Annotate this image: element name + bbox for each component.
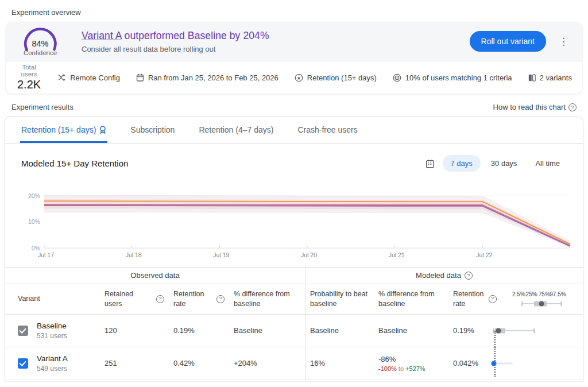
meta-date-range: Ran from Jan 25, 2026 to Feb 25, 2026 bbox=[136, 73, 278, 82]
col-probability: Probability to beat baseline bbox=[305, 284, 374, 314]
table-row-variant-a: Variant A 549 users 251 0.42% +204% 16% … bbox=[5, 347, 583, 380]
range-30-days-button[interactable]: 30 days bbox=[483, 155, 525, 172]
svg-text:Jul 18: Jul 18 bbox=[126, 251, 142, 258]
probability-value: Baseline bbox=[305, 315, 374, 347]
meta-variants: 2 variants bbox=[528, 73, 572, 82]
credible-interval: -100% to +527% bbox=[378, 365, 425, 372]
svg-text:★: ★ bbox=[297, 75, 301, 80]
baseline-boxplot bbox=[493, 324, 578, 337]
confidence-label: Confidence bbox=[16, 49, 64, 56]
retention-line-chart: 0%10%20%Jul 17Jul 18Jul 19Jul 20Jul 21Ju… bbox=[5, 172, 583, 259]
target-icon bbox=[393, 73, 401, 82]
overflow-menu-icon[interactable]: ⋮ bbox=[555, 34, 572, 49]
experiment-result-subtitle: Consider all result data before rolling … bbox=[82, 45, 269, 53]
col-retention-rate-observed: Retention rate? bbox=[169, 284, 229, 314]
total-users: Total users 2.2K bbox=[17, 64, 41, 91]
svg-text:Jul 21: Jul 21 bbox=[389, 251, 405, 258]
percentile-legend-glyph bbox=[493, 300, 578, 308]
total-users-value: 2.2K bbox=[17, 78, 41, 91]
svg-text:10%: 10% bbox=[28, 218, 40, 225]
variant-name: Baseline bbox=[37, 322, 67, 330]
experiment-result-title: Variant A outperformed Baseline by 204% bbox=[82, 30, 269, 42]
retention-rate-value: 0.19% bbox=[169, 315, 229, 347]
svg-text:0%: 0% bbox=[32, 245, 40, 251]
meta-goal-metric: ★ Retention (15+ days) bbox=[295, 73, 377, 82]
tab-retention-4-7-days[interactable]: Retention (4–7 days) bbox=[198, 117, 274, 143]
variant-a-checkbox[interactable] bbox=[18, 358, 28, 369]
metric-tabbar: Retention (15+ days) Subscription Retent… bbox=[5, 117, 583, 144]
variant-users: 531 users bbox=[37, 332, 67, 340]
baseline-distribution-cell bbox=[489, 315, 583, 347]
retained-value: 120 bbox=[100, 315, 169, 347]
modeled-rate-value: 0.19% bbox=[448, 315, 489, 347]
results-table: Observed data Modeled data ? Variant Ret… bbox=[5, 267, 583, 380]
results-card: Retention (15+ days) Subscription Retent… bbox=[5, 116, 583, 381]
remote-config-icon bbox=[58, 74, 66, 81]
how-to-read-chart-link[interactable]: How to read this chart ? bbox=[493, 103, 577, 111]
variant-distribution-cell bbox=[489, 347, 583, 380]
tab-crash-free-users[interactable]: Crash-free users bbox=[296, 117, 358, 143]
col-diff-observed: % difference from baseline bbox=[229, 284, 305, 314]
svg-text:20%: 20% bbox=[28, 192, 40, 199]
col-percentile-legend: 2.5% 25% 75% 97.5% bbox=[489, 284, 583, 314]
goal-star-icon: ★ bbox=[295, 73, 303, 82]
range-all-time-button[interactable]: All time bbox=[527, 155, 568, 172]
variant-a-link[interactable]: Variant A bbox=[82, 30, 122, 41]
variants-icon bbox=[528, 74, 536, 82]
experiment-meta-bar: Total users 2.2K Remote Config Ran from … bbox=[6, 61, 582, 94]
help-icon[interactable]: ? bbox=[216, 295, 225, 303]
col-variant: Variant bbox=[5, 284, 100, 314]
meta-remote-config: Remote Config bbox=[58, 73, 120, 82]
probability-value: 16% bbox=[305, 347, 374, 380]
diff-value: +204% bbox=[229, 347, 305, 380]
retained-value: 251 bbox=[100, 347, 169, 380]
experiment-overview-heading: Experiment overview bbox=[0, 0, 588, 22]
confidence-value: 84% bbox=[32, 39, 48, 48]
variant-a-dotplot bbox=[493, 357, 578, 370]
experiment-results-heading: Experiment results bbox=[11, 103, 74, 111]
modeled-rate-value: 0.042% bbox=[448, 347, 489, 380]
help-icon[interactable]: ? bbox=[465, 272, 473, 280]
baseline-median-dotted-line bbox=[494, 331, 496, 347]
overview-card: 84% Confidence Variant A outperformed Ba… bbox=[6, 22, 582, 94]
range-7-days-button[interactable]: 7 days bbox=[443, 155, 481, 172]
svg-text:Jul 19: Jul 19 bbox=[213, 251, 229, 258]
help-icon[interactable]: ? bbox=[156, 295, 164, 303]
svg-text:Jul 17: Jul 17 bbox=[38, 251, 54, 258]
date-range-calendar-icon[interactable] bbox=[425, 159, 435, 168]
col-diff-modeled: % difference from baseline bbox=[374, 284, 448, 314]
variant-users: 549 users bbox=[37, 365, 68, 373]
roll-out-variant-button[interactable]: Roll out variant bbox=[470, 31, 546, 52]
help-icon[interactable]: ? bbox=[568, 103, 577, 111]
retention-rate-value: 0.42% bbox=[169, 347, 229, 380]
svg-text:Jul 20: Jul 20 bbox=[301, 251, 317, 258]
observed-data-group-header: Observed data bbox=[5, 268, 305, 284]
svg-text:Jul 22: Jul 22 bbox=[476, 251, 492, 258]
confidence-arc-icon: 84% bbox=[21, 26, 59, 52]
col-retained-users: Retained users? bbox=[100, 284, 169, 314]
variant-name: Variant A bbox=[37, 354, 68, 363]
range-picker: 7 days 30 days All time bbox=[425, 155, 568, 172]
diff-value: Baseline bbox=[229, 315, 305, 347]
modeled-diff-cell: -86% -100% to +527% bbox=[374, 347, 448, 380]
meta-targeting: 10% of users matching 1 criteria bbox=[393, 73, 512, 82]
confidence-gauge: 84% Confidence bbox=[16, 26, 64, 56]
calendar-icon bbox=[136, 73, 144, 82]
modeled-diff-value: Baseline bbox=[374, 315, 448, 347]
table-row-baseline: Baseline 531 users 120 0.19% Baseline Ba… bbox=[5, 315, 583, 347]
goal-medal-icon bbox=[99, 126, 106, 134]
baseline-checkbox[interactable] bbox=[18, 326, 28, 336]
modeled-data-group-header: Modeled data ? bbox=[305, 268, 583, 284]
tab-subscription[interactable]: Subscription bbox=[129, 117, 176, 143]
col-retention-rate-modeled: Retention rate? bbox=[448, 284, 489, 314]
tab-retention-15-days[interactable]: Retention (15+ days) bbox=[20, 117, 107, 143]
chart-title: Modeled 15+ Day Retention bbox=[21, 158, 128, 168]
